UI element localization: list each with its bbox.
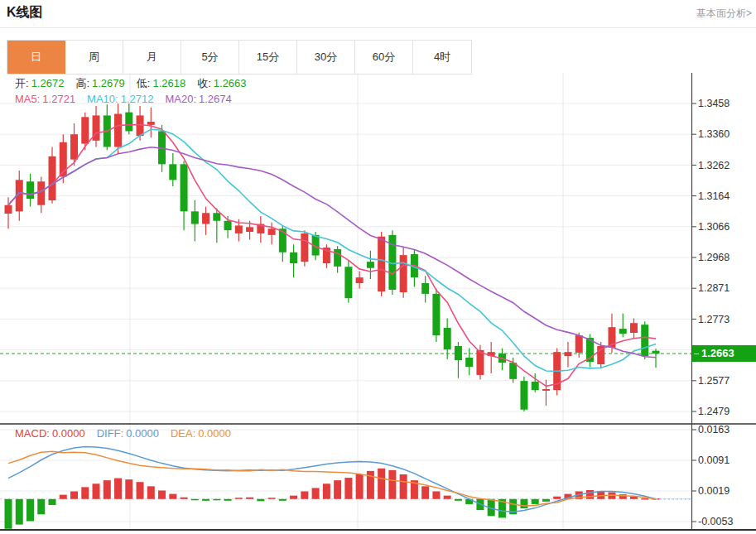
macd-bar xyxy=(16,499,23,525)
macd-bar xyxy=(70,492,78,499)
candle xyxy=(652,351,660,354)
candle xyxy=(432,294,440,335)
macd-bar xyxy=(60,495,67,499)
ma10-label: MA10: xyxy=(87,93,118,105)
macd-bar xyxy=(137,482,144,499)
candle xyxy=(169,164,176,180)
macd-bar xyxy=(290,496,297,499)
candle xyxy=(575,335,583,353)
kline-chart: 1.34581.33601.32621.31641.30661.29681.28… xyxy=(0,73,756,534)
close-label: 收: xyxy=(197,77,211,89)
candle xyxy=(641,325,648,356)
candle xyxy=(191,211,199,224)
macd-bar xyxy=(421,486,429,498)
candle xyxy=(367,262,374,268)
ma5-value: 1.2721 xyxy=(42,93,75,105)
candle xyxy=(37,181,45,204)
tab-day[interactable]: 日 xyxy=(7,41,65,74)
macd-bar xyxy=(301,492,308,499)
ma-legend: MA5:1.2721MA10:1.2712MA20:1.2674 xyxy=(15,93,234,105)
y-tick-label: 1.3360 xyxy=(698,128,730,140)
candle xyxy=(301,233,308,262)
y-tick-label: 0.0091 xyxy=(698,455,730,466)
macd-bar xyxy=(26,499,34,522)
ohlc-legend: 开:1.2672高:1.2679低:1.2618收:1.2663 xyxy=(15,76,249,91)
candle xyxy=(26,181,34,199)
y-tick-label: 0.0163 xyxy=(698,424,730,435)
macd-bar xyxy=(520,499,527,508)
candle xyxy=(532,382,539,390)
chart-canvas[interactable]: 1.34581.33601.32621.31641.30661.29681.28… xyxy=(0,73,756,534)
diff-label: DIFF: xyxy=(97,427,124,440)
tab-month[interactable]: 月 xyxy=(123,41,181,74)
candle xyxy=(70,134,78,159)
close-value: 1.2663 xyxy=(214,77,247,89)
candle xyxy=(125,113,132,132)
ma20-value: 1.2674 xyxy=(199,93,232,105)
tab-15min[interactable]: 15分 xyxy=(239,41,297,74)
candle xyxy=(224,221,232,230)
candle xyxy=(290,253,297,263)
macd-bar xyxy=(455,499,462,501)
tab-week[interactable]: 周 xyxy=(65,41,123,74)
candle xyxy=(202,213,209,224)
macd-bar xyxy=(586,490,594,499)
tab-4hour[interactable]: 4时 xyxy=(413,41,471,74)
macd-bar xyxy=(81,487,89,498)
open-value: 1.2672 xyxy=(31,77,65,89)
y-tick-label: 1.2871 xyxy=(698,282,730,294)
low-label: 低: xyxy=(137,77,151,89)
candle xyxy=(213,213,220,220)
page-header: K线图 基本面分析> xyxy=(0,0,756,28)
macd-label: MACD: xyxy=(15,427,50,440)
macd-bar xyxy=(49,499,56,505)
candle xyxy=(630,323,638,333)
candle xyxy=(400,255,407,292)
macd-bar xyxy=(542,499,550,502)
fundamental-analysis-link[interactable]: 基本面分析> xyxy=(696,7,752,21)
macd-bar xyxy=(104,480,111,499)
macd-bar xyxy=(169,494,176,499)
candle xyxy=(137,115,144,136)
macd-bar xyxy=(279,499,287,501)
macd-bar xyxy=(356,474,364,499)
macd-bar xyxy=(553,497,561,499)
macd-bar xyxy=(268,498,276,499)
macd-bar xyxy=(641,498,648,499)
macd-bar xyxy=(246,498,253,499)
macd-bar xyxy=(432,492,440,499)
y-tick-label: 1.3164 xyxy=(698,190,730,202)
candle xyxy=(465,358,473,367)
y-tick-label: 1.2479 xyxy=(698,406,730,417)
macd-bar xyxy=(334,480,341,499)
tab-60min[interactable]: 60分 xyxy=(355,41,413,74)
y-tick-label: 1.3066 xyxy=(698,221,730,233)
tab-5min[interactable]: 5分 xyxy=(181,41,239,74)
macd-bar xyxy=(388,470,396,499)
macd-bar xyxy=(125,479,132,499)
tab-30min[interactable]: 30分 xyxy=(297,41,355,74)
macd-bar xyxy=(202,499,209,501)
candle xyxy=(147,122,155,125)
macd-bar xyxy=(114,479,122,499)
candle xyxy=(49,156,56,200)
low-value: 1.2618 xyxy=(152,77,185,89)
macd-bar xyxy=(37,499,45,515)
candle xyxy=(81,117,89,143)
macd-bar xyxy=(257,499,264,502)
macd-bar xyxy=(191,499,199,501)
candle xyxy=(235,225,243,233)
candle xyxy=(5,205,12,214)
ma20-label: MA20: xyxy=(165,93,196,105)
ma5-label: MA5: xyxy=(15,93,40,105)
y-tick-label: 1.3262 xyxy=(698,160,730,171)
macd-bar xyxy=(5,499,12,529)
macd-bar xyxy=(147,486,155,498)
macd-bar xyxy=(532,499,539,504)
macd-bar xyxy=(400,474,407,499)
candle xyxy=(509,363,517,379)
dea-label: DEA: xyxy=(171,427,195,440)
y-tick-label: 1.2773 xyxy=(698,314,730,325)
macd-bar xyxy=(181,498,188,499)
candle xyxy=(268,229,276,235)
